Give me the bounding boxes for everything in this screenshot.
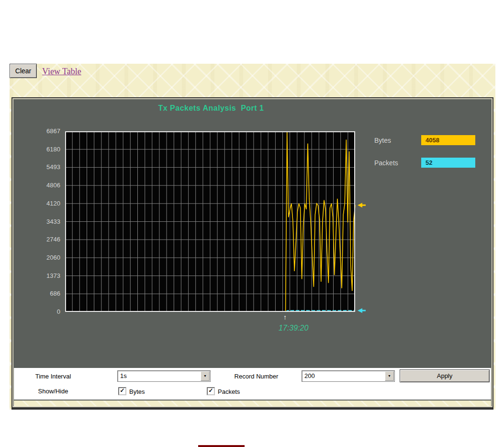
apply-button[interactable]: Apply bbox=[400, 369, 490, 382]
dropdown-arrow-icon[interactable]: ▼ bbox=[201, 371, 210, 381]
legend-bytes-value: 4058 bbox=[421, 135, 475, 145]
y-axis-label: 2060 bbox=[46, 254, 60, 261]
record-number-value: 200 bbox=[302, 371, 394, 381]
record-number-label: Record Number bbox=[222, 373, 291, 380]
packets-checkbox[interactable]: ✓ bbox=[207, 387, 215, 395]
dropdown-arrow-icon[interactable]: ▼ bbox=[385, 371, 394, 381]
y-axis: 6867618054934806412034332746206013736860 bbox=[29, 131, 60, 312]
y-axis-label: 3433 bbox=[46, 218, 60, 225]
bytes-checkbox-label: Bytes bbox=[129, 388, 145, 395]
y-axis-label: 2746 bbox=[46, 236, 60, 243]
time-start-arrow-icon: ↑ bbox=[283, 313, 287, 321]
analysis-panel: Tx Packets Analysis Port 1 6867618054934… bbox=[11, 97, 493, 410]
y-axis-label: 6867 bbox=[46, 127, 60, 135]
legend-packets-value: 52 bbox=[421, 158, 475, 168]
show-hide-label: Show/Hide bbox=[20, 388, 87, 395]
time-interval-label: Time Interval bbox=[20, 373, 87, 380]
time-interval-value: 1s bbox=[118, 371, 210, 381]
y-axis-label: 4806 bbox=[46, 182, 60, 189]
y-axis-label: 686 bbox=[50, 290, 60, 297]
legend-bytes-label: Bytes bbox=[374, 137, 391, 144]
view-table-link[interactable]: View Table bbox=[42, 67, 81, 77]
controls-bar: Time Interval 1s ▼ Record Number 200 ▼ A… bbox=[14, 368, 491, 400]
bytes-current-marker-icon bbox=[358, 203, 362, 207]
y-axis-label: 5493 bbox=[46, 163, 60, 171]
content-area: Clear View Table Tx Packets Analysis Por… bbox=[10, 64, 495, 410]
panel-footer-strip bbox=[14, 401, 491, 406]
clear-button[interactable]: Clear bbox=[10, 64, 37, 78]
bytes-checkbox[interactable]: ✓ bbox=[118, 387, 126, 395]
bottom-partial-element bbox=[198, 445, 245, 447]
y-axis-label: 0 bbox=[57, 308, 60, 315]
y-axis-label: 6180 bbox=[46, 146, 60, 153]
chart-title: Tx Packets Analysis Port 1 bbox=[65, 104, 357, 113]
packets-current-marker-icon bbox=[358, 308, 362, 313]
legend-packets-label: Packets bbox=[374, 159, 398, 167]
time-interval-select[interactable]: 1s ▼ bbox=[117, 370, 211, 382]
page-background: Clear View Table Tx Packets Analysis Por… bbox=[0, 0, 504, 447]
time-start-label: 17:39:20 bbox=[279, 324, 308, 332]
packets-checkbox-label: Packets bbox=[218, 388, 240, 395]
y-axis-label: 1373 bbox=[46, 272, 60, 279]
y-axis-label: 4120 bbox=[46, 200, 60, 207]
chart-plot bbox=[65, 131, 368, 312]
record-number-select[interactable]: 200 ▼ bbox=[302, 370, 395, 382]
